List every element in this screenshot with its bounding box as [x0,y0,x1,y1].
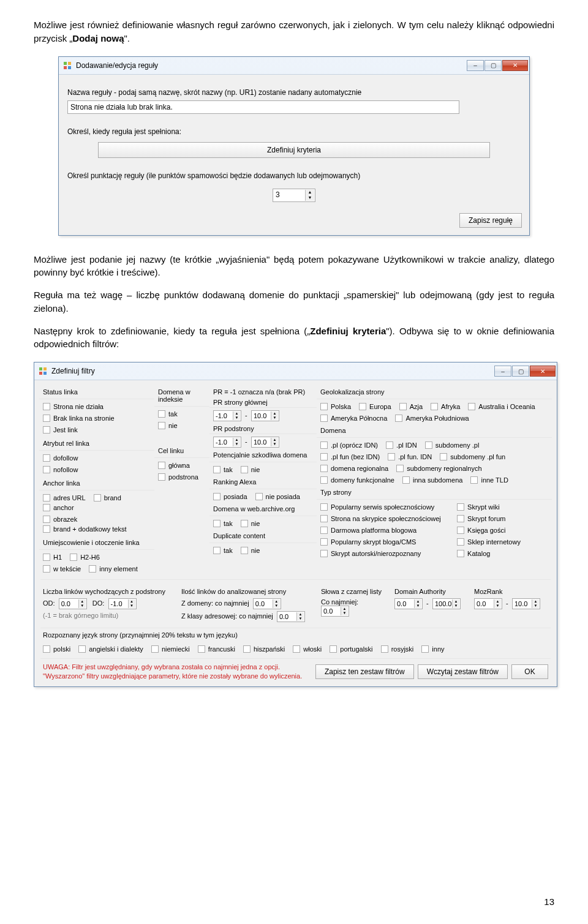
rule-name-input[interactable] [67,100,459,114]
cb-lang-it[interactable]: włoski [293,645,322,653]
potszk-label: Potencjalnie szkodliwa domena [213,451,313,459]
maximize-button[interactable]: ▢ [512,366,529,377]
cb-typ-autor[interactable]: Skrypt autorski/nierozpoznany [320,550,449,557]
cb-arch-nie[interactable]: nie [241,520,260,527]
save-rule-button[interactable]: Zapisz regułę [459,213,522,228]
cb-typ-katalog[interactable]: Katalog [457,550,490,557]
cb-dom-plfunidn[interactable]: .pl fun. IDN [388,453,432,460]
cb-dom-subreg[interactable]: subdomeny regionalnych [396,465,481,472]
cb-dom-plfun[interactable]: .pl fun (bez IDN) [320,453,380,460]
cb-inny-el[interactable]: inny element [89,565,137,573]
close-button[interactable]: ✕ [502,60,528,71]
spin-zklasy[interactable]: 0.0▲▼ [277,611,305,622]
spin-mr-min[interactable]: 0.0▲▼ [474,598,502,609]
cb-anchor-anchor[interactable]: anchor [43,504,74,511]
cb-dom-plidn[interactable]: .pl IDN [386,441,417,449]
cb-geo-ap[interactable]: Ameryka Południowa [395,415,469,422]
cb-dom-reg[interactable]: domena regionalna [320,465,388,472]
spin-zdomeny[interactable]: 0.0▲▼ [253,598,281,609]
cb-geo-aio[interactable]: Australia i Oceania [468,403,535,410]
cb-strona-nie-dziala[interactable]: Strona nie działa [43,403,104,410]
btn-wczytaj-filtry[interactable]: Wczytaj zestaw filtrów [418,664,508,679]
minimize-button[interactable]: – [494,366,511,377]
cb-dom-subpl[interactable]: subdomeny .pl [425,441,480,449]
cb-typ-cms[interactable]: Popularny skrypt bloga/CMS [320,538,449,546]
cb-h2h6[interactable]: H2-H6 [70,554,100,561]
cb-szk-tak[interactable]: tak [213,466,233,473]
cb-typ-spolecz[interactable]: Popularny serwis społecznościowy [320,503,449,511]
cb-geo-polska[interactable]: Polska [320,403,351,410]
spin-pr-main-max[interactable]: 10.0▲▼ [251,410,279,421]
cb-lang-inny[interactable]: inny [421,645,444,653]
cb-dup-tak[interactable]: tak [213,547,233,554]
cb-idx-nie[interactable]: nie [158,422,178,429]
cb-dup-nie[interactable]: nie [241,547,260,554]
cb-dom-innetld[interactable]: inne TLD [470,476,508,484]
cb-typ-wiki[interactable]: Skrypt wiki [457,503,500,511]
spin-pr-sub-max[interactable]: 10.0▲▼ [251,437,279,448]
cb-typ-blog[interactable]: Darmowa platforma blogowa [320,527,449,534]
cb-cel-glowna[interactable]: główna [158,462,190,469]
page-number: 13 [544,896,554,907]
cb-typ-ksiega[interactable]: Księga gości [457,527,505,534]
dialog-filters: Zdefiniuj filtry – ▢ ✕ Status linka Stro… [34,362,557,687]
minimize-button[interactable]: – [467,60,484,71]
cb-jest-link[interactable]: Jest link [43,426,78,434]
paragraph-intro: Możliwe jest również definiowanie własny… [34,18,554,45]
cb-dofollow[interactable]: dofollow [43,454,78,462]
cb-typ-skrypice[interactable]: Strona na skrypice społecznościowej [320,515,449,522]
cb-dom-subplfun[interactable]: subdomeny .pl fun [440,453,505,460]
cb-lang-en[interactable]: angielski i dialekty [78,645,143,653]
cb-alexa-posiada[interactable]: posiada [213,493,247,500]
cb-geo-azja[interactable]: Azja [399,403,423,410]
cb-typ-forum[interactable]: Skrypt forum [457,515,505,522]
cb-geo-afryka[interactable]: Afryka [431,403,460,410]
cb-dom-pl[interactable]: .pl (oprócz IDN) [320,441,378,449]
pr-head-label: PR = -1 oznacza n/a (brak PR) [213,388,313,396]
cb-anchor-obrazek[interactable]: obrazek [43,516,77,523]
cb-wtekscie[interactable]: w tekście [43,565,81,573]
cb-dom-funkc[interactable]: domeny funkcjonalne [320,476,394,484]
cb-lang-ru[interactable]: rosyjski [381,645,414,653]
rel-label: Atrybut rel linka [43,440,151,447]
cb-anchor-url[interactable]: adres URL [43,494,86,501]
spin-pr-main-min[interactable]: -1.0▲▼ [213,410,241,421]
cb-dom-innasub[interactable]: inna subdomena [402,476,462,484]
spin-slowa[interactable]: 0.0▲▼ [321,606,349,617]
paragraph-name: Możliwe jest podanie jej nazwy (te krótk… [34,253,554,280]
cb-lang-de[interactable]: niemiecki [151,645,190,653]
cb-anchor-branddod[interactable]: brand + dodatkowy tekst [43,525,127,533]
uwaga-1: UWAGA: Filtr jest uwzględniany, gdy wybr… [43,663,312,672]
cb-lang-fr[interactable]: francuski [198,645,235,653]
limit-note: (-1 = brak górnego limitu) [43,612,174,619]
cb-h1[interactable]: H1 [43,554,62,561]
cb-geo-europa[interactable]: Europa [359,403,391,410]
cb-anchor-brand[interactable]: brand [94,494,121,501]
spin-da-max[interactable]: 100.0▲▼ [432,598,461,609]
cb-lang-pl[interactable]: polski [43,645,70,653]
cb-typ-sklep[interactable]: Sklep internetowy [457,538,521,546]
spin-do[interactable]: -1.0▲▼ [108,598,137,609]
cb-arch-tak[interactable]: tak [213,520,233,527]
spin-pr-sub-min[interactable]: -1.0▲▼ [213,437,241,448]
cel-linku-label: Cel linku [158,447,206,454]
cb-lang-es[interactable]: hiszpański [243,645,285,653]
maximize-button[interactable]: ▢ [484,60,502,71]
define-criteria-button[interactable]: Zdefiniuj kryteria [98,142,490,158]
cb-alexa-nie[interactable]: nie posiada [255,493,300,500]
spin-od[interactable]: 0.0▲▼ [59,598,87,609]
cb-brak-linka[interactable]: Brak linka na stronie [43,415,115,422]
btn-ok[interactable]: OK [511,664,548,679]
spin-da-min[interactable]: 0.0▲▼ [394,598,423,609]
cb-geo-an[interactable]: Ameryka Północna [320,415,387,422]
close-button[interactable]: ✕ [530,366,556,377]
cb-cel-podstrona[interactable]: podstrona [158,473,198,481]
cb-nofollow[interactable]: nofollow [43,466,78,473]
score-spinner[interactable]: 3 ▲▼ [273,189,315,202]
btn-zapisz-filtry[interactable]: Zapisz ten zestaw filtrów [315,664,414,679]
paragraph-weight: Reguła ma też wagę – liczbę punktów doda… [34,288,554,315]
spin-mr-max[interactable]: 10.0▲▼ [512,598,540,609]
cb-idx-tak[interactable]: tak [158,410,178,418]
cb-szk-nie[interactable]: nie [241,466,260,473]
cb-lang-pt[interactable]: portugalski [330,645,372,653]
